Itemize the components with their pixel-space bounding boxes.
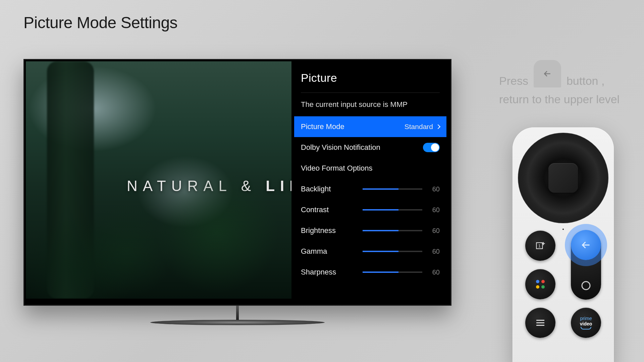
dolby-vision-row[interactable]: Dolby Vision Notification bbox=[294, 137, 446, 158]
slider-fill bbox=[363, 188, 398, 190]
oneplus-button[interactable]: 1 bbox=[525, 231, 555, 261]
oneplus-icon: 1 bbox=[534, 240, 546, 252]
google-assistant-icon bbox=[536, 280, 545, 289]
svg-text:1: 1 bbox=[538, 243, 541, 248]
back-home-pill bbox=[571, 231, 601, 300]
dolby-vision-toggle[interactable] bbox=[423, 143, 440, 152]
dolby-vision-label: Dolby Vision Notification bbox=[301, 143, 380, 152]
sharpness-row[interactable]: Sharpness60 bbox=[294, 262, 446, 283]
slider-value: 60 bbox=[429, 206, 440, 214]
slider-value: 60 bbox=[429, 227, 440, 235]
slider-track[interactable] bbox=[363, 272, 422, 273]
chevron-right-icon bbox=[436, 124, 440, 129]
video-format-row[interactable]: Video Format Options bbox=[294, 158, 446, 179]
svg-point-2 bbox=[582, 282, 590, 290]
instruction-text: Press button , return to the upper level bbox=[499, 72, 640, 108]
slider-value: 60 bbox=[429, 268, 440, 276]
back-button[interactable] bbox=[571, 230, 601, 260]
mic-icon bbox=[562, 229, 564, 230]
hero-text-b: LIFE bbox=[266, 178, 291, 194]
panel-divider bbox=[301, 93, 440, 93]
tv-stand-base bbox=[150, 320, 325, 325]
menu-button[interactable] bbox=[525, 308, 555, 338]
tv-bezel: NATURAL & LIFE Picture The current input… bbox=[23, 59, 451, 306]
slider-value: 60 bbox=[429, 185, 440, 193]
picture-settings-panel: Picture The current input source is MMP … bbox=[291, 61, 449, 299]
dpad-ok-button[interactable] bbox=[548, 163, 578, 193]
back-arrow-icon bbox=[580, 239, 592, 251]
panel-title: Picture bbox=[301, 71, 440, 84]
slider-fill bbox=[363, 251, 398, 252]
slider-label: Brightness bbox=[301, 226, 336, 235]
instruction-line2: return to the upper level bbox=[499, 91, 640, 108]
slider-label: Gamma bbox=[301, 247, 327, 256]
brightness-row[interactable]: Brightness60 bbox=[294, 220, 446, 241]
hero-text-a: NATURAL & bbox=[127, 178, 266, 194]
slider-label: Contrast bbox=[301, 205, 329, 214]
dpad[interactable] bbox=[518, 133, 608, 223]
gamma-row[interactable]: Gamma60 bbox=[294, 241, 446, 262]
instruction-button: button , bbox=[567, 72, 604, 89]
prime-video-button[interactable]: prime video bbox=[571, 308, 601, 338]
slider-value: 60 bbox=[429, 248, 440, 255]
tv-screen: NATURAL & LIFE Picture The current input… bbox=[26, 61, 449, 299]
slider-track[interactable] bbox=[363, 230, 422, 231]
slider-label: Backlight bbox=[301, 185, 331, 193]
slider-track[interactable] bbox=[363, 188, 422, 190]
backlight-row[interactable]: Backlight60 bbox=[294, 179, 446, 199]
tv: NATURAL & LIFE Picture The current input… bbox=[23, 59, 451, 306]
assistant-button[interactable] bbox=[525, 269, 555, 299]
slider-label: Sharpness bbox=[301, 268, 336, 277]
slider-track[interactable] bbox=[363, 209, 422, 210]
instruction-press: Press bbox=[499, 72, 528, 89]
contrast-row[interactable]: Contrast60 bbox=[294, 199, 446, 220]
picture-mode-label: Picture Mode bbox=[301, 122, 344, 131]
input-source-label: The current input source is MMP bbox=[301, 100, 440, 109]
tv-stand-neck bbox=[236, 306, 239, 320]
slider-track[interactable] bbox=[363, 251, 422, 252]
slider-fill bbox=[363, 230, 398, 231]
picture-mode-value: Standard bbox=[405, 123, 433, 131]
picture-mode-row[interactable]: Picture Mode Standard bbox=[294, 116, 446, 137]
home-circle-icon[interactable] bbox=[580, 280, 592, 292]
page-title: Picture Mode Settings bbox=[23, 13, 177, 32]
video-format-label: Video Format Options bbox=[301, 164, 373, 173]
slider-fill bbox=[363, 209, 398, 210]
instruction-back-key bbox=[534, 60, 561, 87]
hero-overlay-text: NATURAL & LIFE bbox=[127, 178, 291, 194]
remote-control: 1 prime video bbox=[513, 127, 614, 362]
back-arrow-icon bbox=[542, 69, 552, 79]
prime-video-icon: prime video bbox=[580, 316, 592, 329]
content-preview: NATURAL & LIFE bbox=[26, 61, 291, 299]
hamburger-menu-icon bbox=[534, 317, 546, 329]
slider-fill bbox=[363, 272, 398, 273]
